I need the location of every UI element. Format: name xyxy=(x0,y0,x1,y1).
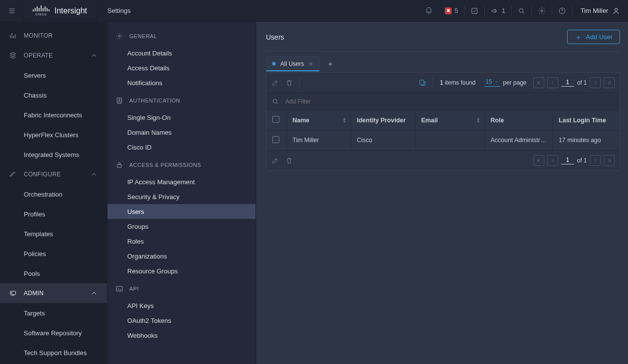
bell-icon xyxy=(425,7,433,15)
notifications-button[interactable] xyxy=(419,0,439,21)
operate-icon xyxy=(9,52,17,59)
nav-item[interactable]: Software Repository xyxy=(0,323,107,343)
user-name: Tim Miller xyxy=(580,7,608,14)
settings-item[interactable]: Groups xyxy=(107,219,256,234)
settings-item[interactable]: OAuth2 Tokens xyxy=(107,313,256,328)
page-prev-button[interactable] xyxy=(547,77,558,88)
svg-point-10 xyxy=(118,99,120,101)
cell-role: Account Administr… xyxy=(484,130,553,150)
settings-item[interactable]: Account Details xyxy=(107,46,256,60)
cell-idp: Cisco xyxy=(351,130,415,150)
page-title: Users xyxy=(266,33,284,41)
cisco-logo: cisco xyxy=(33,5,50,16)
page-first-button[interactable] xyxy=(533,155,544,166)
page-input[interactable] xyxy=(561,156,574,164)
pager-top: of 1 xyxy=(533,77,615,88)
svg-rect-12 xyxy=(116,286,122,291)
trash-icon[interactable] xyxy=(285,79,293,87)
settings-item[interactable]: Users xyxy=(107,204,256,219)
col-name[interactable]: Name▲▼ xyxy=(286,110,351,130)
tasks-button[interactable] xyxy=(465,0,484,21)
product-name: Intersight xyxy=(54,6,87,15)
row-checkbox[interactable] xyxy=(272,136,279,143)
page-prev-button[interactable] xyxy=(547,155,558,166)
check-square-icon xyxy=(471,7,478,15)
per-page-select[interactable]: 15 per page xyxy=(484,78,526,87)
gear-icon[interactable] xyxy=(308,61,314,67)
settings-item[interactable]: Organizations xyxy=(107,249,256,263)
settings-item[interactable]: Resource Groups xyxy=(107,263,256,278)
alerts-button[interactable]: ✖ 5 xyxy=(439,0,464,21)
cisco-word: cisco xyxy=(35,12,47,16)
trash-icon[interactable] xyxy=(285,156,293,164)
settings-item[interactable]: IP Access Management xyxy=(107,174,256,189)
search-button[interactable] xyxy=(512,0,531,21)
settings-item[interactable]: Notifications xyxy=(107,75,256,90)
user-icon xyxy=(612,7,620,15)
col-last-login[interactable]: Last Login Time xyxy=(553,110,620,130)
page-next-button[interactable] xyxy=(590,155,601,166)
col-email[interactable]: Email▲▼ xyxy=(415,110,484,130)
settings-item[interactable]: Domain Names xyxy=(107,125,256,140)
col-idp[interactable]: Identity Provider xyxy=(351,110,415,130)
items-found-num: 1 xyxy=(440,79,443,86)
announcements-button[interactable]: 1 xyxy=(485,0,511,21)
user-menu[interactable]: Tim Miller xyxy=(573,7,628,15)
settings-button[interactable] xyxy=(532,0,552,21)
help-button[interactable] xyxy=(552,0,572,21)
settings-group-label: API xyxy=(129,286,139,292)
nav-item[interactable]: Orchestration xyxy=(0,184,107,204)
add-user-button[interactable]: ＋ Add User xyxy=(567,30,620,44)
cell-last-login: 17 minutes ago xyxy=(553,130,620,150)
main-content: Users ＋ Add User ✱ All Users ＋ xyxy=(256,22,628,364)
settings-item[interactable]: Webhooks xyxy=(107,328,256,343)
settings-item[interactable]: Access Details xyxy=(107,60,256,75)
edit-icon[interactable] xyxy=(271,156,279,164)
items-found-text: items found xyxy=(445,79,475,86)
page-last-button[interactable] xyxy=(604,155,615,166)
page-total: of 1 xyxy=(577,79,587,86)
nav-item[interactable]: Policies xyxy=(0,244,107,263)
add-tab-button[interactable]: ＋ xyxy=(323,57,337,71)
filter-input[interactable] xyxy=(284,98,615,105)
menu-toggle-button[interactable] xyxy=(0,0,24,22)
settings-item[interactable]: Security & Privacy xyxy=(107,189,256,204)
nav-item[interactable]: Pools xyxy=(0,263,107,283)
table-row[interactable]: Tim MillerCiscoAccount Administr…17 minu… xyxy=(266,130,620,150)
nav-item[interactable]: Profiles xyxy=(0,204,107,224)
edit-icon[interactable] xyxy=(271,79,279,87)
page-first-button[interactable] xyxy=(533,77,544,88)
announce-count: 1 xyxy=(502,7,505,14)
nav-section-operate[interactable]: OPERATE xyxy=(0,46,107,65)
nav-section-configure[interactable]: CONFIGURE xyxy=(0,164,107,184)
settings-group: ACCESS & PERMISSIONS xyxy=(107,156,256,174)
export-icon[interactable] xyxy=(419,79,426,87)
top-bar: cisco Intersight Settings ✖ 5 1 xyxy=(0,0,628,22)
settings-item[interactable]: API Keys xyxy=(107,298,256,313)
select-all-checkbox[interactable] xyxy=(272,116,279,123)
nav-item[interactable]: Fabric Interconnects xyxy=(0,105,107,125)
nav-item[interactable]: Tech Support Bundles xyxy=(0,343,107,363)
page-input[interactable] xyxy=(561,78,574,87)
settings-item[interactable]: Cisco ID xyxy=(107,140,256,155)
nav-item[interactable]: Targets xyxy=(0,303,107,323)
chevron-up-icon xyxy=(90,52,98,59)
tab-all-users[interactable]: ✱ All Users xyxy=(266,56,319,71)
nav-item[interactable]: Chassis xyxy=(0,85,107,105)
settings-item[interactable]: Single Sign-On xyxy=(107,110,256,125)
nav-item[interactable]: Integrated Systems xyxy=(0,145,107,164)
page-total: of 1 xyxy=(577,157,587,164)
settings-item[interactable]: Roles xyxy=(107,234,256,249)
nav-section-monitor[interactable]: MONITOR xyxy=(0,26,107,46)
svg-point-1 xyxy=(519,8,523,12)
nav-item[interactable]: HyperFlex Clusters xyxy=(0,125,107,145)
nav-section-admin[interactable]: ADMIN xyxy=(0,283,107,303)
nav-item[interactable]: Templates xyxy=(0,224,107,244)
page-next-button[interactable] xyxy=(590,77,601,88)
nav-item[interactable]: Servers xyxy=(0,65,107,85)
primary-nav: MONITOROPERATEServersChassisFabric Inter… xyxy=(0,22,107,364)
gear-icon xyxy=(538,7,546,15)
page-last-button[interactable] xyxy=(604,77,615,88)
megaphone-icon xyxy=(491,7,499,15)
col-role[interactable]: Role xyxy=(484,110,553,130)
